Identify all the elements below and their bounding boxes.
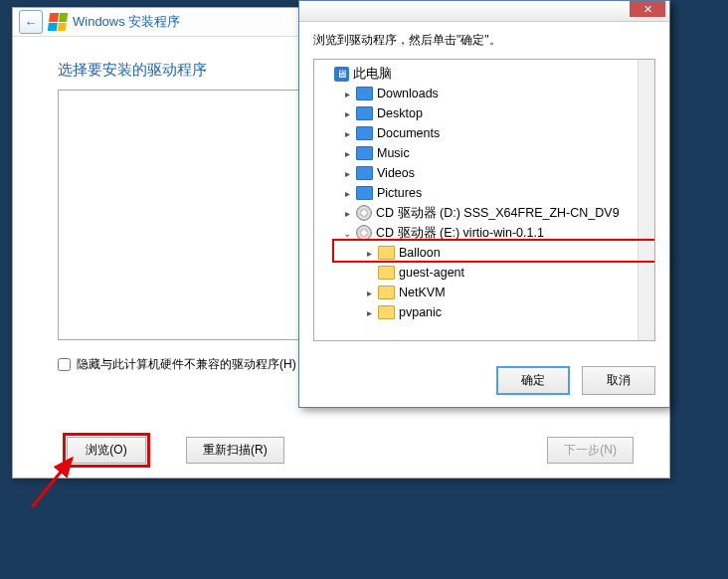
rescan-button[interactable]: 重新扫描(R): [186, 437, 284, 464]
tree-label: Music: [377, 146, 410, 160]
installer-buttons: 浏览(O) 重新扫描(R) 下一步(N): [13, 437, 669, 464]
tree-label: CD 驱动器 (E:) virtio-win-0.1.1: [376, 225, 544, 242]
folder-icon: [356, 166, 373, 180]
tree-item-downloads[interactable]: ▸ Downloads: [314, 84, 654, 103]
tree-label: Pictures: [377, 186, 422, 200]
tree-label: Desktop: [377, 106, 423, 120]
caret-icon: ▸: [364, 307, 374, 318]
dialog-instruction: 浏览到驱动程序，然后单击"确定"。: [299, 22, 669, 55]
computer-icon: 🖥: [334, 67, 349, 82]
tree-label: Balloon: [399, 246, 441, 260]
chevron-down-icon: ⌄: [342, 228, 352, 239]
close-icon: ✕: [643, 3, 652, 16]
close-button[interactable]: ✕: [630, 1, 665, 17]
caret-icon: ▸: [342, 108, 352, 119]
tree-item-desktop[interactable]: ▸ Desktop: [314, 103, 654, 123]
tree-item-videos[interactable]: ▸ Videos: [314, 163, 654, 183]
installer-title: Windows 安装程序: [73, 13, 180, 31]
disc-icon: [356, 205, 372, 221]
hide-incompatible-checkbox[interactable]: [58, 358, 71, 371]
caret-icon: ▸: [342, 128, 352, 139]
tree-scrollbar[interactable]: [637, 60, 654, 340]
tree-label: Downloads: [377, 87, 439, 100]
folder-icon: [378, 305, 395, 319]
back-arrow-icon: ←: [25, 15, 38, 30]
caret-icon: ▸: [342, 188, 352, 199]
tree-item-guest-agent[interactable]: ▸ guest-agent: [314, 263, 654, 283]
caret-icon: ▸: [364, 248, 374, 259]
caret-icon: ▸: [342, 168, 352, 179]
caret-icon: ▸: [342, 208, 352, 219]
browse-dialog: ✕ 浏览到驱动程序，然后单击"确定"。 ▸ 🖥 此电脑 ▸ Downloads …: [298, 0, 670, 408]
tree-label: Videos: [377, 166, 415, 180]
tree-label: Documents: [377, 126, 440, 140]
folder-icon: [356, 146, 373, 160]
caret-icon: ▸: [364, 288, 374, 298]
tree-label: NetKVM: [399, 286, 446, 299]
folder-icon: [356, 87, 373, 100]
tree-item-pictures[interactable]: ▸ Pictures: [314, 183, 654, 203]
caret-icon: ▸: [320, 69, 330, 80]
folder-icon: [356, 126, 373, 140]
caret-icon: ▸: [342, 89, 352, 99]
dialog-titlebar: ✕: [299, 1, 669, 22]
next-button: 下一步(N): [547, 437, 634, 464]
folder-icon: [378, 286, 395, 299]
dialog-buttons: 确定 取消: [496, 366, 655, 395]
folder-tree[interactable]: ▸ 🖥 此电脑 ▸ Downloads ▸ Desktop ▸ Document…: [313, 59, 655, 341]
tree-item-cd-d[interactable]: ▸ CD 驱动器 (D:) SSS_X64FRE_ZH-CN_DV9: [314, 203, 654, 223]
tree-item-pvpanic[interactable]: ▸ pvpanic: [314, 302, 654, 322]
folder-icon: [356, 186, 373, 200]
caret-icon: ▸: [342, 148, 352, 159]
tree-item-netkvm[interactable]: ▸ NetKVM: [314, 283, 654, 302]
caret-icon: ▸: [364, 268, 374, 279]
tree-label: CD 驱动器 (D:) SSS_X64FRE_ZH-CN_DV9: [376, 205, 620, 222]
tree-item-this-pc[interactable]: ▸ 🖥 此电脑: [314, 64, 654, 84]
cancel-button[interactable]: 取消: [582, 366, 655, 395]
tree-item-balloon[interactable]: ▸ Balloon: [314, 243, 654, 263]
windows-logo-icon: [48, 13, 69, 31]
hide-incompatible-label[interactable]: 隐藏与此计算机硬件不兼容的驱动程序(H): [77, 356, 296, 373]
folder-icon: [378, 246, 395, 260]
tree-item-cd-e[interactable]: ⌄ CD 驱动器 (E:) virtio-win-0.1.1: [314, 223, 654, 243]
tree-item-music[interactable]: ▸ Music: [314, 143, 654, 163]
tree-label: 此电脑: [353, 66, 392, 83]
tree-label: pvpanic: [399, 305, 442, 319]
browse-button[interactable]: 浏览(O): [67, 437, 146, 464]
back-button[interactable]: ←: [19, 10, 43, 34]
folder-icon: [378, 266, 395, 280]
ok-button[interactable]: 确定: [496, 366, 570, 395]
disc-icon: [356, 225, 372, 241]
folder-icon: [356, 106, 373, 120]
tree-label: guest-agent: [399, 266, 464, 280]
tree-item-documents[interactable]: ▸ Documents: [314, 123, 654, 143]
